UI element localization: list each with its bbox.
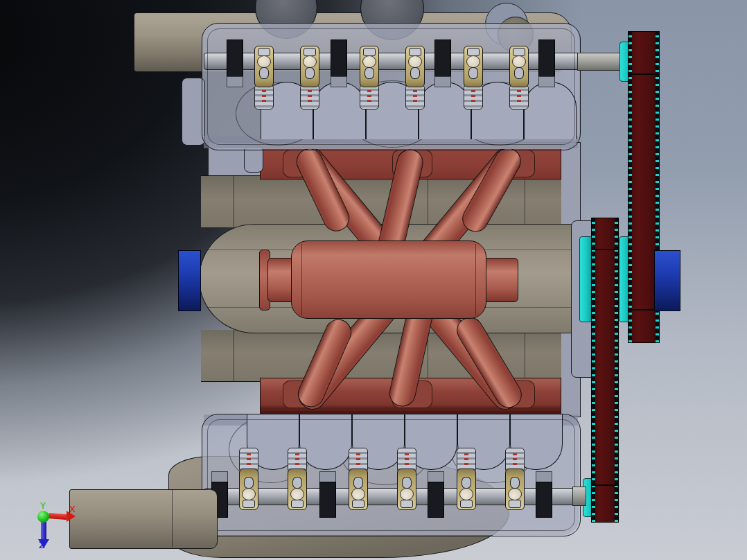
triad-x-axis[interactable] [49,513,67,520]
camshaft-output-top [577,53,623,71]
exhaust-pipe-bottom [69,489,218,549]
valve-cover-top-outline [202,23,581,150]
triad-origin-sphere[interactable] [37,511,49,523]
triad-z-label: Z [39,541,45,550]
valve-cover-bottom-outline [202,414,581,536]
triad-x-label: X [69,505,76,514]
camshaft-output-bottom [572,487,586,506]
block-seam [525,330,525,381]
drive-belt-inner [591,218,619,523]
triad-arc [46,517,67,538]
crankshaft-end-left [178,250,201,311]
cad-viewport[interactable]: Y X Z [0,0,747,560]
triad-z-axis[interactable] [41,521,46,539]
block-seam [525,175,525,227]
intake-plenum [291,240,486,319]
crankshaft-end-right [654,250,680,311]
block-seam [428,175,428,227]
reference-triad: Y X Z [28,485,90,554]
triad-y-label: Y [40,501,46,510]
pipe-seam [172,490,173,547]
plenum-inlet-right [482,258,518,302]
block-seam [234,175,234,227]
block-seam [234,330,234,381]
